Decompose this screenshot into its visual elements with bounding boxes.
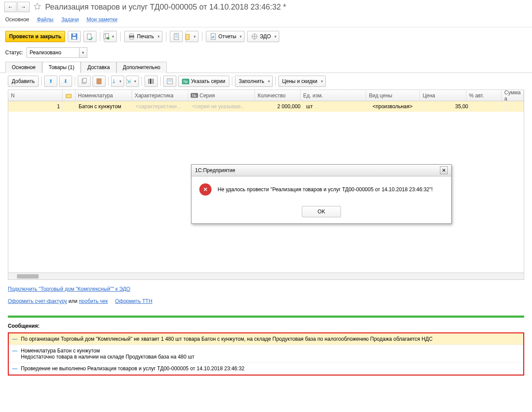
cell-pricetype[interactable]: <произвольная> <box>370 101 424 112</box>
horizontal-scrollbar[interactable] <box>8 272 524 279</box>
svg-rect-8 <box>130 34 133 36</box>
svg-rect-14 <box>185 34 189 40</box>
col-flag[interactable] <box>63 90 76 101</box>
more-files-button[interactable] <box>185 31 198 42</box>
status-input[interactable] <box>27 48 79 57</box>
arrow-up-icon: ⬆ <box>49 78 53 84</box>
paste-button[interactable] <box>93 76 106 87</box>
svg-rect-2 <box>73 34 76 36</box>
post-and-close-button[interactable]: Провести и закрыть <box>5 31 65 42</box>
series-label: Указать серии <box>191 78 225 84</box>
arrow-left-icon: ← <box>8 4 13 10</box>
separator <box>275 76 276 86</box>
expand-button[interactable]: ⇲ <box>126 76 139 87</box>
form-icon <box>166 78 173 85</box>
cell-characteristic[interactable]: <характеристики .. <box>133 101 190 112</box>
copy-button[interactable] <box>78 76 91 87</box>
separator <box>160 76 161 86</box>
cell-flag[interactable] <box>63 101 76 112</box>
col-series[interactable]: №Серия <box>188 90 255 101</box>
separator <box>100 32 100 41</box>
document-icon-button[interactable] <box>170 31 183 42</box>
document-icon <box>173 33 180 40</box>
linktab-notes[interactable]: Мои заметки <box>86 17 117 23</box>
ttn-link[interactable]: Оформить ТТН <box>115 298 152 304</box>
arrow-right-icon: → <box>21 4 26 10</box>
svg-point-6 <box>107 37 109 40</box>
cell-qty[interactable]: 2 000,000 <box>258 101 304 112</box>
invoice-link[interactable]: Оформить счет-фактуру <box>8 298 67 304</box>
separator <box>166 32 166 41</box>
reports-button[interactable]: Отчеты <box>206 31 245 42</box>
create-based-on-button[interactable] <box>104 31 117 42</box>
tab-extra[interactable]: Дополнительно <box>116 62 167 73</box>
barcode-button[interactable] <box>145 76 158 87</box>
messages-title: Сообщения: <box>8 321 524 332</box>
tab-main[interactable]: Основное <box>5 62 42 73</box>
col-price[interactable]: Цена <box>420 90 466 101</box>
arrow-down-icon: ⬇ <box>63 78 68 84</box>
form-button[interactable] <box>163 76 176 87</box>
cell-series[interactable]: <серия не указывае.. <box>190 101 258 112</box>
message-item[interactable]: Проведение не выполнено Реализация товар… <box>9 363 523 375</box>
series-badge-icon: № <box>182 79 189 84</box>
col-qty[interactable]: Количество <box>255 90 301 101</box>
add-row-button[interactable]: Добавить <box>8 76 39 87</box>
status-combo[interactable]: ▾ <box>26 47 87 58</box>
col-pctauto[interactable]: % авт. <box>466 90 502 101</box>
import-icon: ⤓ <box>112 78 116 84</box>
message-item[interactable]: По организации Торговый дом "Комплексный… <box>9 333 523 345</box>
fill-button[interactable]: Заполнить <box>235 76 273 87</box>
linktab-files[interactable]: Файлы <box>37 17 53 23</box>
cell-pctauto[interactable] <box>471 101 507 112</box>
chevron-down-icon[interactable]: ▾ <box>79 48 87 57</box>
col-characteristic[interactable]: Характеристика <box>132 90 188 101</box>
col-nomenclature[interactable]: Номенклатура <box>76 90 132 101</box>
nav-forward-button[interactable]: → <box>17 2 30 12</box>
linktab-main[interactable]: Основное <box>5 17 29 23</box>
svg-rect-17 <box>213 36 214 38</box>
error-dialog: 1С:Предприятие ✕ ✕ Не удалось провести "… <box>191 164 452 224</box>
cell-price[interactable]: 35,00 <box>424 101 471 112</box>
edo-button[interactable]: ЭДО <box>247 31 279 42</box>
move-up-button[interactable]: ⬆ <box>44 76 57 87</box>
separator <box>142 76 142 86</box>
separator <box>202 32 202 41</box>
documents-icon <box>103 33 110 40</box>
dialog-title: 1С:Предприятие <box>195 167 235 173</box>
dialog-close-button[interactable]: ✕ <box>440 166 448 174</box>
svg-rect-21 <box>97 79 101 84</box>
load-button[interactable]: ⤓ <box>111 76 124 87</box>
dialog-ok-button[interactable]: OK <box>302 206 341 217</box>
post-button[interactable] <box>83 31 96 42</box>
svg-rect-1 <box>73 37 76 39</box>
cell-nomenclature[interactable]: Батон с кунжутом <box>76 101 133 112</box>
scrollbar-thumb[interactable] <box>17 274 39 279</box>
nav-back-button[interactable]: ← <box>4 2 17 12</box>
specify-series-button[interactable]: №Указать серии <box>178 76 229 87</box>
favorite-star-icon[interactable] <box>33 2 42 12</box>
reports-label: Отчеты <box>218 33 236 40</box>
col-n[interactable]: N <box>8 90 63 101</box>
error-icon: ✕ <box>199 183 211 196</box>
tab-goods[interactable]: Товары (1) <box>42 62 81 73</box>
save-button[interactable] <box>68 31 81 42</box>
move-down-button[interactable]: ⬇ <box>59 76 72 87</box>
svg-rect-20 <box>83 78 86 83</box>
cell-sum[interactable] <box>507 101 524 112</box>
col-pricetype[interactable]: Вид цены <box>366 90 420 101</box>
cell-n[interactable]: 1 <box>8 101 63 112</box>
tab-delivery[interactable]: Доставка <box>81 62 116 73</box>
message-item[interactable]: Номенклатура Батон с кунжутом Недостаточ… <box>9 345 523 363</box>
connect-edo-link[interactable]: Подключить "Торговый дом "Комплексный"" … <box>8 286 130 292</box>
svg-rect-16 <box>212 37 213 38</box>
col-unit[interactable]: Ед. изм. <box>301 90 366 101</box>
separator <box>41 76 42 86</box>
prices-discounts-button[interactable]: Цены и скидки <box>278 76 326 87</box>
table-row[interactable]: 1 Батон с кунжутом <характеристики .. <с… <box>8 101 524 112</box>
receipt-link[interactable]: пробить чек <box>79 298 108 304</box>
linktab-tasks[interactable]: Задачи <box>61 17 79 23</box>
print-button[interactable]: Печать <box>124 31 162 42</box>
cell-unit[interactable]: шт <box>304 101 370 112</box>
col-sum[interactable]: Сумма а <box>502 90 524 101</box>
